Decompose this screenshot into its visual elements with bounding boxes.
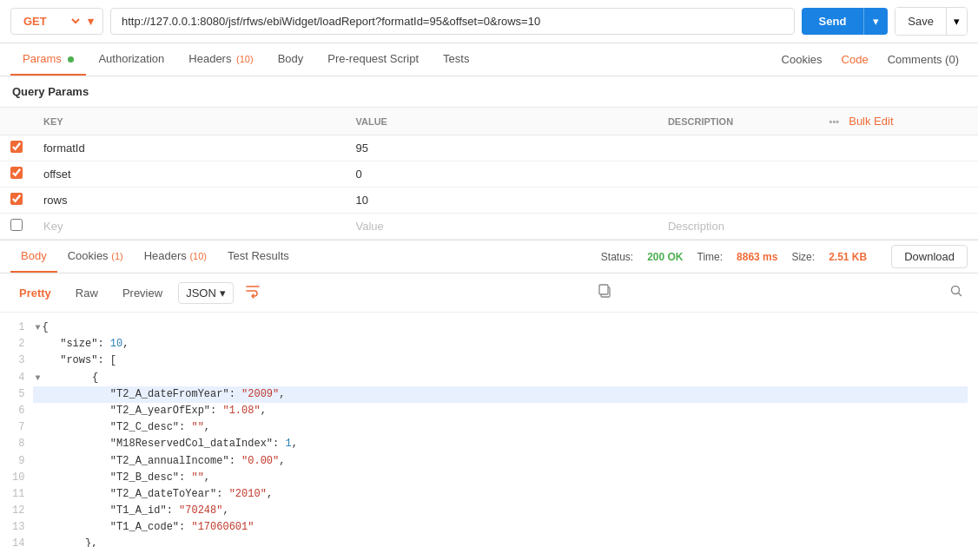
save-button[interactable]: Save — [895, 8, 946, 35]
row1-key — [33, 135, 345, 161]
table-row — [0, 161, 978, 188]
code-line: "M18ReservedCol_dataIndex": 1, — [33, 436, 968, 452]
code-link[interactable]: Code — [833, 44, 877, 75]
chevron-down-icon: ▾ — [88, 15, 94, 28]
row2-value-input[interactable] — [355, 168, 646, 181]
line-number: 14 — [12, 536, 24, 547]
pretty-btn[interactable]: Pretty — [10, 282, 60, 304]
resp-tab-test-results-label: Test Results — [228, 249, 289, 262]
tab-tests[interactable]: Tests — [431, 43, 481, 76]
line-number: 10 — [12, 470, 24, 486]
line-number: 12 — [12, 503, 24, 519]
row2-value — [345, 161, 657, 188]
svg-line-3 — [958, 293, 961, 295]
size-value: 2.51 KB — [829, 251, 867, 263]
code-line: "size": 10, — [33, 336, 968, 352]
new-row-checkbox-cell — [0, 214, 33, 240]
row3-checkbox-cell — [0, 188, 33, 214]
row2-key-input[interactable] — [43, 168, 334, 181]
code-line: "rows": [ — [33, 352, 968, 369]
line-number: 11 — [12, 486, 24, 503]
row2-checkbox[interactable] — [10, 167, 23, 179]
line-number: 8 — [12, 436, 24, 452]
resp-headers-badge: (10) — [189, 251, 207, 261]
resp-tab-body[interactable]: Body — [10, 240, 57, 273]
code-line: "T1_A_id": "70248", — [33, 503, 968, 519]
row3-actions — [819, 188, 978, 214]
cookies-badge: (1) — [111, 251, 122, 261]
tab-authorization[interactable]: Authorization — [86, 43, 176, 76]
cookies-link[interactable]: Cookies — [773, 44, 831, 75]
tab-params[interactable]: Params — [10, 43, 86, 76]
code-line: "T2_B_desc": "", — [33, 470, 968, 486]
code-line: "T2_C_desc": "", — [33, 419, 968, 436]
new-row-key: Key — [33, 214, 345, 240]
th-description: DESCRIPTION — [658, 108, 819, 135]
tab-body-label: Body — [278, 52, 304, 65]
url-input[interactable] — [110, 8, 795, 35]
preview-btn[interactable]: Preview — [114, 282, 171, 304]
description-placeholder: Description — [668, 220, 724, 233]
method-dropdown[interactable]: GET POST PUT PATCH DELETE — [20, 14, 83, 29]
comments-link[interactable]: Comments (0) — [879, 44, 968, 75]
code-line: "T2_A_dateFromYear": "2009", — [33, 386, 968, 403]
method-selector[interactable]: GET POST PUT PATCH DELETE ▾ — [10, 8, 103, 35]
value-placeholder: Value — [355, 220, 383, 233]
table-row-new: Key Value Description — [0, 214, 978, 240]
row3-key-input[interactable] — [43, 194, 334, 207]
format-selector[interactable]: JSON ▾ — [178, 282, 234, 304]
line-numbers: 12345678910111213141516171819 — [0, 320, 33, 547]
resp-tab-test-results[interactable]: Test Results — [217, 240, 300, 273]
request-tabs-row: Params Authorization Headers (10) Body P… — [0, 43, 978, 76]
save-dropdown-button[interactable]: ▾ — [946, 8, 967, 35]
code-lines: 12345678910111213141516171819 ▼{ "size":… — [0, 320, 978, 547]
code-content: ▼{ "size": 10, "rows": [▼ { "T2_A_dateFr… — [33, 320, 978, 547]
svg-rect-1 — [599, 285, 608, 294]
resp-tab-headers[interactable]: Headers (10) — [134, 240, 217, 273]
more-options-icon[interactable]: ••• — [829, 116, 840, 127]
code-line: }, — [33, 536, 968, 547]
resp-tab-cookies[interactable]: Cookies (1) — [57, 240, 134, 273]
resp-tab-headers-label: Headers — [144, 249, 187, 262]
th-actions: ••• Bulk Edit — [819, 108, 978, 135]
raw-btn[interactable]: Raw — [67, 282, 107, 304]
row2-description — [658, 161, 819, 188]
tab-prerequest[interactable]: Pre-request Script — [315, 43, 431, 76]
code-line: "T1_A_code": "17060601" — [33, 519, 968, 536]
code-line: "T2_A_dateToYear": "2010", — [33, 486, 968, 503]
status-info: Status: 200 OK Time: 8863 ms Size: 2.51 … — [601, 245, 968, 268]
send-button[interactable]: Send — [802, 8, 864, 35]
row3-value-input[interactable] — [355, 194, 646, 207]
resp-tab-body-label: Body — [21, 249, 47, 262]
time-value: 8863 ms — [737, 251, 777, 263]
send-dropdown-button[interactable]: ▾ — [863, 8, 888, 35]
viewer-toolbar: Pretty Raw Preview JSON ▾ — [0, 273, 978, 313]
line-number: 3 — [12, 352, 24, 369]
row1-actions — [819, 135, 978, 161]
row2-key — [33, 161, 345, 188]
row2-checkbox-cell — [0, 161, 33, 188]
bulk-edit-button[interactable]: Bulk Edit — [849, 115, 893, 128]
row1-key-input[interactable] — [43, 142, 334, 155]
search-button[interactable] — [945, 280, 968, 306]
wrap-button[interactable] — [241, 279, 265, 306]
copy-button[interactable] — [593, 280, 616, 306]
top-bar: GET POST PUT PATCH DELETE ▾ Send ▾ Save … — [0, 0, 978, 43]
row1-value-input[interactable] — [355, 142, 646, 155]
tab-headers[interactable]: Headers (10) — [176, 43, 265, 76]
format-label: JSON — [186, 287, 216, 300]
save-button-group: Save ▾ — [895, 7, 968, 36]
send-button-group: Send ▾ — [802, 8, 889, 35]
resp-tab-cookies-label: Cookies — [68, 249, 109, 262]
new-row-checkbox[interactable] — [10, 219, 23, 231]
row1-checkbox[interactable] — [10, 141, 23, 153]
tab-body[interactable]: Body — [266, 43, 316, 76]
tab-tests-label: Tests — [443, 52, 469, 65]
line-number: 4 — [12, 370, 24, 386]
row3-checkbox[interactable] — [10, 193, 23, 205]
download-button[interactable]: Download — [891, 245, 968, 268]
line-number: 2 — [12, 336, 24, 352]
row1-checkbox-cell — [0, 135, 33, 161]
line-number: 1 — [12, 320, 24, 336]
params-table: KEY VALUE DESCRIPTION ••• Bulk Edit — [0, 108, 978, 240]
